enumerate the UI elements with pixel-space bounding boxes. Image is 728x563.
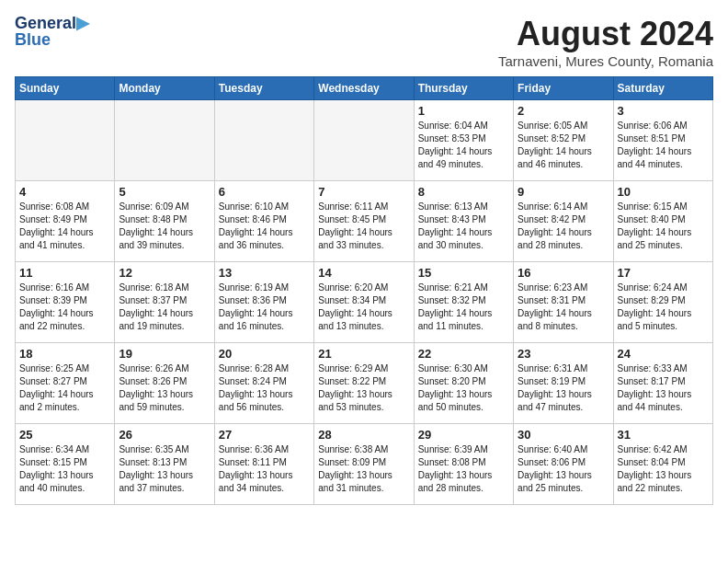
day-number: 5 (119, 185, 210, 199)
calendar-cell: 10Sunrise: 6:15 AM Sunset: 8:40 PM Dayli… (613, 181, 712, 262)
day-number: 12 (119, 266, 210, 280)
day-number: 31 (618, 428, 709, 442)
day-info: Sunrise: 6:30 AM Sunset: 8:20 PM Dayligh… (418, 362, 509, 414)
calendar-cell: 12Sunrise: 6:18 AM Sunset: 8:37 PM Dayli… (115, 262, 214, 343)
day-number: 6 (219, 185, 310, 199)
calendar-header: SundayMondayTuesdayWednesdayThursdayFrid… (16, 77, 713, 100)
day-number: 26 (119, 428, 210, 442)
day-info: Sunrise: 6:11 AM Sunset: 8:45 PM Dayligh… (318, 201, 409, 252)
title-block: August 2024 Tarnaveni, Mures County, Rom… (498, 15, 713, 69)
day-number: 20 (219, 347, 310, 361)
calendar-cell: 15Sunrise: 6:21 AM Sunset: 8:32 PM Dayli… (414, 262, 513, 343)
day-number: 23 (518, 347, 609, 361)
calendar-cell: 27Sunrise: 6:36 AM Sunset: 8:11 PM Dayli… (214, 424, 313, 505)
weekday-header: Monday (115, 77, 214, 100)
day-info: Sunrise: 6:10 AM Sunset: 8:46 PM Dayligh… (219, 201, 310, 252)
day-number: 18 (19, 347, 110, 361)
calendar-cell: 24Sunrise: 6:33 AM Sunset: 8:17 PM Dayli… (613, 343, 712, 424)
calendar-cell: 17Sunrise: 6:24 AM Sunset: 8:29 PM Dayli… (613, 262, 712, 343)
day-info: Sunrise: 6:16 AM Sunset: 8:39 PM Dayligh… (19, 282, 110, 333)
calendar-cell: 28Sunrise: 6:38 AM Sunset: 8:09 PM Dayli… (314, 424, 414, 505)
day-info: Sunrise: 6:39 AM Sunset: 8:08 PM Dayligh… (418, 443, 509, 495)
calendar-week-row: 25Sunrise: 6:34 AM Sunset: 8:15 PM Dayli… (16, 424, 713, 505)
calendar-cell: 26Sunrise: 6:35 AM Sunset: 8:13 PM Dayli… (115, 424, 214, 505)
day-info: Sunrise: 6:28 AM Sunset: 8:24 PM Dayligh… (219, 362, 310, 414)
day-number: 16 (518, 266, 609, 280)
calendar-cell: 2Sunrise: 6:05 AM Sunset: 8:52 PM Daylig… (514, 100, 613, 181)
day-number: 14 (318, 266, 409, 280)
calendar-cell: 8Sunrise: 6:13 AM Sunset: 8:43 PM Daylig… (414, 181, 513, 262)
calendar-cell (16, 100, 115, 181)
day-info: Sunrise: 6:24 AM Sunset: 8:29 PM Dayligh… (618, 282, 709, 333)
day-number: 29 (418, 428, 509, 442)
day-number: 30 (518, 428, 609, 442)
day-number: 11 (19, 266, 110, 280)
calendar-cell: 21Sunrise: 6:29 AM Sunset: 8:22 PM Dayli… (314, 343, 414, 424)
day-info: Sunrise: 6:23 AM Sunset: 8:31 PM Dayligh… (518, 282, 609, 333)
calendar-cell: 1Sunrise: 6:04 AM Sunset: 8:53 PM Daylig… (414, 100, 513, 181)
day-info: Sunrise: 6:15 AM Sunset: 8:40 PM Dayligh… (618, 201, 709, 252)
weekday-header: Friday (514, 77, 613, 100)
day-info: Sunrise: 6:29 AM Sunset: 8:22 PM Dayligh… (318, 362, 409, 414)
day-number: 28 (318, 428, 409, 442)
day-number: 2 (518, 104, 609, 118)
day-number: 24 (618, 347, 709, 361)
calendar-cell: 16Sunrise: 6:23 AM Sunset: 8:31 PM Dayli… (514, 262, 613, 343)
weekday-header: Saturday (613, 77, 712, 100)
day-number: 7 (318, 185, 409, 199)
day-info: Sunrise: 6:18 AM Sunset: 8:37 PM Dayligh… (119, 282, 210, 333)
day-info: Sunrise: 6:08 AM Sunset: 8:49 PM Dayligh… (19, 201, 110, 252)
calendar-cell: 25Sunrise: 6:34 AM Sunset: 8:15 PM Dayli… (16, 424, 115, 505)
calendar-week-row: 1Sunrise: 6:04 AM Sunset: 8:53 PM Daylig… (16, 100, 713, 181)
day-info: Sunrise: 6:09 AM Sunset: 8:48 PM Dayligh… (119, 201, 210, 252)
day-number: 1 (418, 104, 509, 118)
day-number: 22 (418, 347, 509, 361)
calendar-cell: 22Sunrise: 6:30 AM Sunset: 8:20 PM Dayli… (414, 343, 513, 424)
calendar-cell: 9Sunrise: 6:14 AM Sunset: 8:42 PM Daylig… (514, 181, 613, 262)
calendar-cell: 13Sunrise: 6:19 AM Sunset: 8:36 PM Dayli… (214, 262, 313, 343)
calendar-cell: 7Sunrise: 6:11 AM Sunset: 8:45 PM Daylig… (314, 181, 414, 262)
day-number: 4 (19, 185, 110, 199)
calendar-cell: 5Sunrise: 6:09 AM Sunset: 8:48 PM Daylig… (115, 181, 214, 262)
day-number: 27 (219, 428, 310, 442)
day-info: Sunrise: 6:13 AM Sunset: 8:43 PM Dayligh… (418, 201, 509, 252)
calendar-table: SundayMondayTuesdayWednesdayThursdayFrid… (15, 76, 713, 505)
day-info: Sunrise: 6:21 AM Sunset: 8:32 PM Dayligh… (418, 282, 509, 333)
calendar-cell: 23Sunrise: 6:31 AM Sunset: 8:19 PM Dayli… (514, 343, 613, 424)
day-info: Sunrise: 6:05 AM Sunset: 8:52 PM Dayligh… (518, 120, 609, 171)
day-info: Sunrise: 6:38 AM Sunset: 8:09 PM Dayligh… (318, 443, 409, 495)
calendar-cell (314, 100, 414, 181)
day-info: Sunrise: 6:36 AM Sunset: 8:11 PM Dayligh… (219, 443, 310, 495)
weekday-header: Wednesday (314, 77, 414, 100)
calendar-cell: 20Sunrise: 6:28 AM Sunset: 8:24 PM Dayli… (214, 343, 313, 424)
day-number: 15 (418, 266, 509, 280)
day-info: Sunrise: 6:33 AM Sunset: 8:17 PM Dayligh… (618, 362, 709, 414)
calendar-cell: 11Sunrise: 6:16 AM Sunset: 8:39 PM Dayli… (16, 262, 115, 343)
day-info: Sunrise: 6:40 AM Sunset: 8:06 PM Dayligh… (518, 443, 609, 495)
day-info: Sunrise: 6:14 AM Sunset: 8:42 PM Dayligh… (518, 201, 609, 252)
calendar-week-row: 11Sunrise: 6:16 AM Sunset: 8:39 PM Dayli… (16, 262, 713, 343)
calendar-cell (214, 100, 313, 181)
day-info: Sunrise: 6:04 AM Sunset: 8:53 PM Dayligh… (418, 120, 509, 171)
page-header: General▶ Blue August 2024 Tarnaveni, Mur… (15, 15, 713, 69)
day-number: 8 (418, 185, 509, 199)
calendar-cell: 14Sunrise: 6:20 AM Sunset: 8:34 PM Dayli… (314, 262, 414, 343)
day-number: 10 (618, 185, 709, 199)
weekday-header: Tuesday (214, 77, 313, 100)
calendar-title: August 2024 (498, 15, 713, 53)
day-info: Sunrise: 6:20 AM Sunset: 8:34 PM Dayligh… (318, 282, 409, 333)
weekday-header: Sunday (16, 77, 115, 100)
day-number: 17 (618, 266, 709, 280)
logo-blue: Blue (15, 31, 51, 48)
calendar-cell: 29Sunrise: 6:39 AM Sunset: 8:08 PM Dayli… (414, 424, 513, 505)
calendar-cell: 6Sunrise: 6:10 AM Sunset: 8:46 PM Daylig… (214, 181, 313, 262)
day-number: 21 (318, 347, 409, 361)
calendar-week-row: 18Sunrise: 6:25 AM Sunset: 8:27 PM Dayli… (16, 343, 713, 424)
day-info: Sunrise: 6:25 AM Sunset: 8:27 PM Dayligh… (19, 362, 110, 414)
day-info: Sunrise: 6:06 AM Sunset: 8:51 PM Dayligh… (618, 120, 709, 171)
calendar-cell (115, 100, 214, 181)
day-info: Sunrise: 6:34 AM Sunset: 8:15 PM Dayligh… (19, 443, 110, 495)
day-info: Sunrise: 6:42 AM Sunset: 8:04 PM Dayligh… (618, 443, 709, 495)
calendar-cell: 19Sunrise: 6:26 AM Sunset: 8:26 PM Dayli… (115, 343, 214, 424)
day-number: 25 (19, 428, 110, 442)
